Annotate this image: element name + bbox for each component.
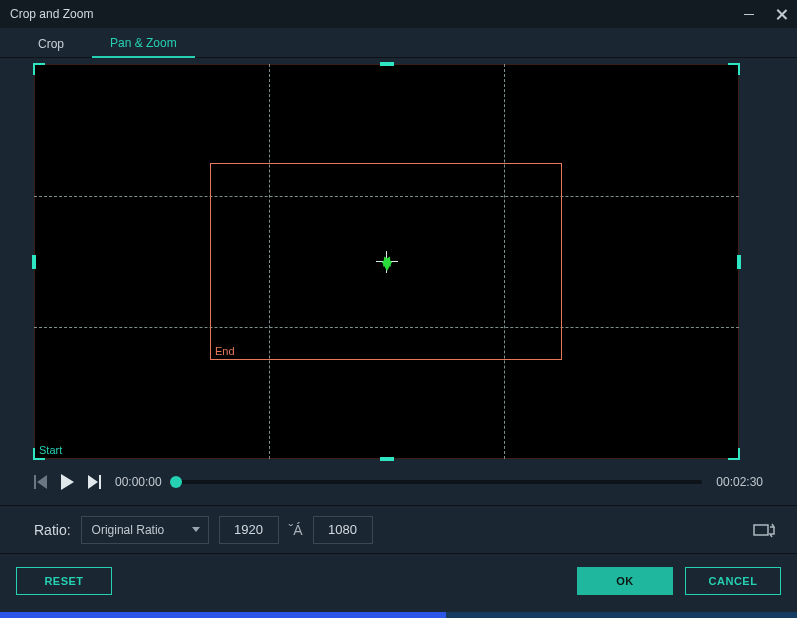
next-frame-button[interactable]: [88, 475, 101, 489]
preview-container: Start End: [0, 58, 797, 459]
seek-slider[interactable]: [176, 480, 703, 484]
window-title: Crop and Zoom: [10, 7, 93, 21]
resize-handle-right[interactable]: [737, 255, 741, 269]
progress-strip: [0, 612, 797, 618]
ratio-label: Ratio:: [34, 522, 71, 538]
width-input[interactable]: [219, 516, 279, 544]
footer: RESET OK CANCEL: [0, 553, 797, 607]
ratio-select[interactable]: Original Ratio: [81, 516, 209, 544]
tab-pan-zoom[interactable]: Pan & Zoom: [92, 30, 195, 58]
swap-orientation-icon[interactable]: [753, 522, 775, 538]
height-input[interactable]: [313, 516, 373, 544]
total-time: 00:02:30: [716, 475, 763, 489]
prev-frame-button[interactable]: [34, 475, 47, 489]
ratio-row: Ratio: Original Ratio ˇÁ: [0, 505, 797, 553]
resize-handle-tr[interactable]: [728, 63, 740, 75]
reset-button[interactable]: RESET: [16, 567, 112, 595]
playback-bar: 00:00:00 00:02:30: [0, 459, 797, 505]
chevron-down-icon: [192, 527, 200, 532]
center-crosshair-icon: [376, 251, 398, 273]
svg-rect-0: [754, 525, 768, 535]
resize-handle-tl[interactable]: [33, 63, 45, 75]
window-controls: [744, 9, 787, 20]
ok-button[interactable]: OK: [577, 567, 673, 595]
cancel-button[interactable]: CANCEL: [685, 567, 781, 595]
ratio-select-value: Original Ratio: [92, 523, 165, 537]
tab-bar: Crop Pan & Zoom: [0, 28, 797, 58]
titlebar: Crop and Zoom: [0, 0, 797, 28]
resize-handle-top[interactable]: [380, 62, 394, 66]
resize-handle-br[interactable]: [728, 448, 740, 460]
seek-knob[interactable]: [170, 476, 182, 488]
dimension-separator: ˇÁ: [289, 522, 303, 538]
current-time: 00:00:00: [115, 475, 162, 489]
end-label: End: [215, 345, 235, 357]
tab-crop[interactable]: Crop: [20, 31, 82, 57]
resize-handle-left[interactable]: [32, 255, 36, 269]
play-button[interactable]: [61, 474, 74, 490]
preview-canvas[interactable]: Start End: [34, 64, 739, 459]
resize-handle-bl[interactable]: [33, 448, 45, 460]
resize-handle-bottom[interactable]: [380, 457, 394, 461]
close-icon[interactable]: [776, 9, 787, 20]
minimize-icon[interactable]: [744, 14, 754, 15]
